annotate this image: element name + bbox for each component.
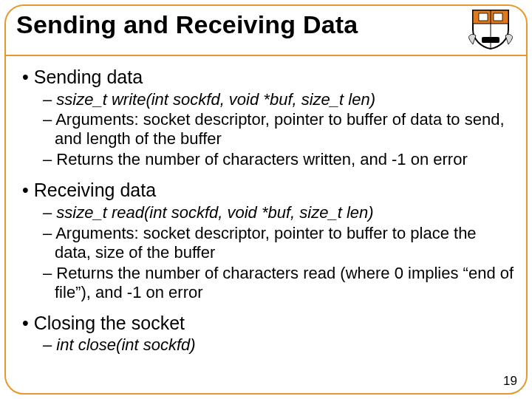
- bullet-heading: Sending data: [22, 66, 516, 89]
- bullet-heading: Receiving data: [22, 180, 516, 202]
- bullet-heading: Closing the socket: [22, 313, 516, 335]
- sub-bullet: ssize_t read(int sockfd, void *buf, size…: [43, 203, 516, 222]
- slide-title: Sending and Receiving Data: [16, 10, 358, 39]
- sub-bullet: int close(int sockfd): [43, 335, 516, 355]
- svg-rect-2: [482, 37, 499, 43]
- svg-rect-0: [479, 13, 488, 21]
- sub-bullet: Arguments: socket descriptor, pointer to…: [43, 110, 516, 149]
- slide: Sending and Receiving Data Sending data …: [0, 0, 532, 399]
- sub-bullet: ssize_t write(int sockfd, void *buf, siz…: [43, 90, 516, 109]
- title-rule: [6, 55, 526, 56]
- sub-bullet: Arguments: socket descriptor, pointer to…: [43, 224, 516, 262]
- page-number: 19: [503, 374, 517, 389]
- sub-bullet: Returns the number of characters written…: [43, 150, 516, 169]
- svg-rect-1: [494, 13, 502, 21]
- sub-bullet: Returns the number of characters read (w…: [43, 264, 516, 302]
- slide-body: Sending data ssize_t write(int sockfd, v…: [22, 64, 516, 386]
- princeton-shield-icon: [468, 7, 513, 50]
